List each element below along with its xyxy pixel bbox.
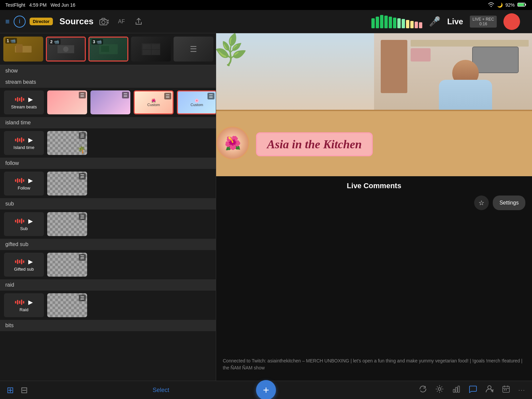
scene-strip: 1 📹 2 📹 3 📹: [0, 33, 216, 65]
time: 4:59 PM: [29, 2, 47, 8]
moon-icon: 🌙: [497, 2, 503, 8]
video-preview: 🌿 🌿: [216, 33, 532, 176]
stream-beats-audio-card[interactable]: ▶ Stream beats: [4, 90, 44, 114]
gifted-sub-sources: ▶ Gifted sub ☰: [0, 250, 216, 279]
gifted-sub-audio-card[interactable]: ▶ Gifted sub: [4, 253, 44, 277]
svg-rect-18: [456, 387, 457, 392]
scene-thumb-2[interactable]: 2 📹: [46, 37, 86, 62]
top-toolbar: ≡ i Director Sources AF: [0, 10, 532, 33]
svg-point-8: [63, 47, 68, 52]
island-time-header: island time: [0, 117, 216, 128]
stream-beats-group: stream beats ▶ Stream beats: [0, 76, 216, 117]
comments-empty-area: [223, 214, 525, 353]
select-button[interactable]: Select: [153, 387, 169, 394]
chat-icon[interactable]: [468, 385, 477, 395]
svg-rect-13: [152, 44, 160, 49]
gifted-sub-source-1[interactable]: ☰: [47, 253, 87, 277]
svg-rect-12: [143, 44, 151, 49]
main-content: 1 📹 2 📹 3 📹: [0, 33, 532, 381]
sub-group: sub ▶ Sub: [0, 198, 216, 239]
refresh-icon[interactable]: [419, 385, 427, 395]
sub-sources: ▶ Sub ☰: [0, 209, 216, 239]
sb-source-1[interactable]: ☰: [47, 90, 87, 114]
bottom-toolbar: ⊞ ⊟ + Select: [0, 381, 532, 399]
follow-audio-card[interactable]: ▶ Follow: [4, 172, 44, 196]
info-icon[interactable]: i: [14, 16, 26, 28]
live-label: Live: [447, 17, 463, 26]
grid-view-icon[interactable]: ⊞: [7, 385, 14, 395]
raid-audio-card[interactable]: ▶ Raid: [4, 293, 44, 317]
scene-thumb-1[interactable]: 1 📹: [3, 37, 43, 62]
live-comments-title: Live Comments: [223, 182, 525, 190]
comments-actions: ☆ Settings: [223, 196, 525, 210]
layout-view-icon[interactable]: ⊟: [21, 385, 28, 395]
island-source-1[interactable]: 🌴 ☰: [47, 131, 87, 155]
sub-source-1[interactable]: ☰: [47, 212, 87, 236]
raid-group: raid ▶ Raid: [0, 279, 216, 320]
island-time-audio-card[interactable]: ▶ Island time: [4, 131, 44, 155]
bottom-left: ⊞ ⊟: [7, 385, 28, 395]
stream-beats-sources: ▶ Stream beats ☰ ☰ 🌺Custom: [0, 88, 216, 117]
battery-icon: [517, 2, 527, 8]
kitchen-scene: 🌿 🌿: [216, 33, 532, 176]
svg-rect-24: [506, 389, 507, 390]
follow-label: Follow: [18, 186, 30, 191]
overlay-text: Asia in the Kitchen: [267, 137, 362, 151]
af-label[interactable]: AF: [116, 16, 127, 27]
stream-beats-label: Stream beats: [11, 104, 37, 109]
status-right: 🌙 92%: [488, 2, 527, 8]
svg-rect-6: [16, 44, 23, 53]
gifted-sub-header: gifted sub: [0, 239, 216, 250]
live-rec-badge: LIVE + REC 0:16: [470, 16, 497, 28]
bottom-center: +: [256, 380, 276, 399]
sub-audio-card[interactable]: ▶ Sub: [4, 212, 44, 236]
scene-thumb-4[interactable]: [131, 37, 171, 62]
scene-thumb-5[interactable]: ☰: [174, 37, 213, 62]
island-time-group: island time ▶ Island time: [0, 117, 216, 158]
sb-source-2[interactable]: ☰: [90, 90, 130, 114]
stream-beats-header: stream beats: [0, 76, 216, 88]
star-button[interactable]: ☆: [474, 196, 489, 210]
bits-group: bits: [0, 320, 216, 331]
chart-icon[interactable]: [452, 385, 461, 395]
svg-point-16: [438, 388, 441, 390]
svg-point-20: [488, 386, 491, 389]
sb-source-3-active[interactable]: 🌺Custom ☰: [134, 90, 174, 114]
bits-header: bits: [0, 320, 216, 331]
follow-group: follow ▶ Follow: [0, 158, 216, 198]
follow-header: follow: [0, 158, 216, 169]
settings-icon[interactable]: [435, 385, 444, 395]
settings-button[interactable]: Settings: [493, 196, 525, 210]
date: Wed Jun 16: [51, 2, 75, 8]
scene-thumb-3[interactable]: 3 📹: [88, 37, 128, 62]
status-left: TestFlight 4:59 PM Wed Jun 16: [5, 2, 75, 8]
person-icon[interactable]: [485, 385, 494, 395]
menu-icon[interactable]: ≡: [5, 17, 10, 26]
svg-rect-19: [458, 386, 460, 392]
more-icon[interactable]: ···: [518, 387, 525, 394]
sub-header: sub: [0, 198, 216, 209]
raid-sources: ▶ Raid ☰: [0, 291, 216, 320]
raid-header: raid: [0, 279, 216, 291]
raid-label: Raid: [20, 307, 29, 312]
toolbar-left: ≡ i Director Sources: [5, 16, 93, 28]
svg-rect-15: [152, 50, 160, 55]
calendar-icon[interactable]: [502, 385, 510, 395]
mic-icon[interactable]: 🎤: [429, 16, 441, 27]
record-button[interactable]: [503, 13, 520, 30]
bottom-right-icons: ···: [419, 385, 525, 395]
svg-rect-10: [101, 46, 109, 52]
camera-icon[interactable]: [99, 16, 109, 27]
share-icon[interactable]: [133, 16, 144, 27]
live-comments-section: Live Comments ☆ Settings Connected to Tw…: [216, 176, 532, 381]
toolbar-icons: AF: [99, 16, 144, 27]
add-button[interactable]: +: [256, 380, 276, 399]
sb-source-4-active[interactable]: 🌸Custom ☰: [177, 90, 216, 114]
follow-source-1[interactable]: ☰: [47, 172, 87, 196]
right-header: 🎤 Live LIVE + REC 0:16: [149, 13, 527, 30]
connected-info: Connected to Twitch: asiainthekitchen – …: [223, 353, 525, 375]
follow-sources: ▶ Follow ☰: [0, 169, 216, 198]
left-panel: 1 📹 2 📹 3 📹: [0, 33, 216, 381]
raid-source-1[interactable]: ☰: [47, 293, 87, 317]
director-badge[interactable]: Director: [30, 18, 53, 25]
